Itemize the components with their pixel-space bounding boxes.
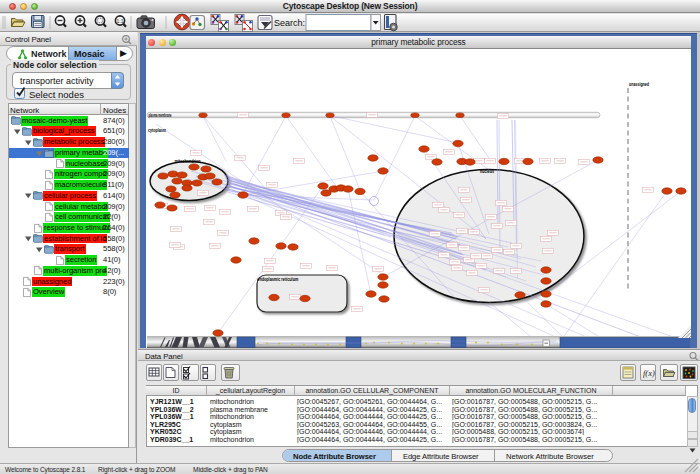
svg-text:Search:: Search: <box>274 18 305 28</box>
svg-text:plasma membrane: plasma membrane <box>149 113 172 118</box>
svg-text:f(x): f(x) <box>643 368 655 378</box>
svg-text:1:1: 1:1 <box>116 18 123 24</box>
svg-text:endoplasmic reticulum: endoplasmic reticulum <box>257 276 298 282</box>
svg-text:unassigned: unassigned <box>629 81 649 87</box>
svg-text:mitochondrion: mitochondrion <box>175 158 201 164</box>
